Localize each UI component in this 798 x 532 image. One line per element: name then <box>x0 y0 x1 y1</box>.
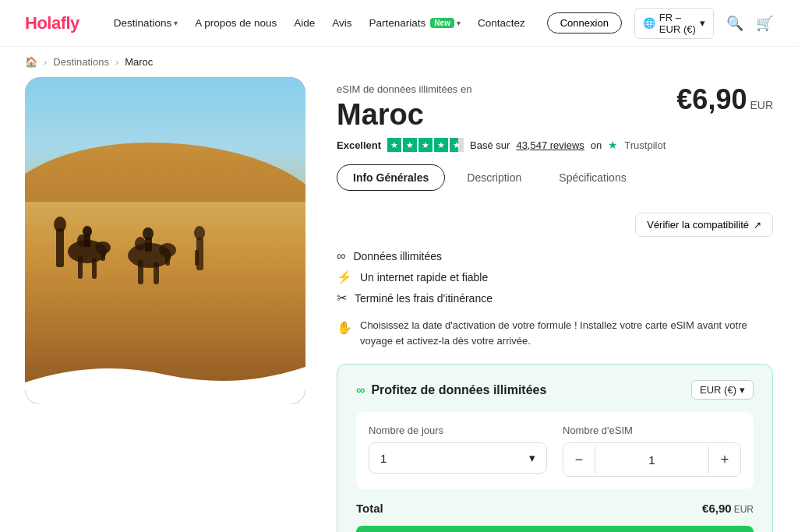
star-4: ★ <box>434 138 448 152</box>
product-price: €6,90 EUR <box>676 83 773 116</box>
features-list: ∞ Données illimitées ⚡ Un internet rapid… <box>337 249 773 305</box>
svg-point-17 <box>143 227 154 240</box>
home-icon[interactable]: 🏠 <box>25 56 37 68</box>
trustpilot-label: Trustpilot <box>624 139 666 151</box>
excellent-label: Excellent <box>337 139 381 151</box>
total-price: €6,90 EUR <box>702 502 754 515</box>
desert-silhouette <box>25 181 305 306</box>
unlimited-label: ∞ Profitez de données illimitées <box>356 383 546 397</box>
chevron-down-icon: ▾ <box>740 384 745 396</box>
hand-icon: ✋ <box>337 319 352 337</box>
new-badge: New <box>430 18 454 28</box>
currency-selector[interactable]: EUR (€) ▾ <box>691 380 754 400</box>
trustpilot-star-icon: ★ <box>608 139 618 151</box>
feature-unlimited: ∞ Données illimitées <box>337 249 773 263</box>
total-currency: EUR <box>734 504 754 515</box>
days-selector-group: Nombre de jours 1 ▾ <box>369 425 547 477</box>
star-rating: ★ ★ ★ ★ ★ <box>387 138 464 152</box>
svg-point-15 <box>135 237 146 251</box>
star-3: ★ <box>418 138 433 152</box>
chevron-down-icon: ▾ <box>457 19 461 27</box>
svg-rect-12 <box>154 262 159 284</box>
esim-label-2: Nombre d'eSIM <box>563 425 741 436</box>
price-currency: EUR <box>750 99 773 111</box>
globe-icon: 🌐 <box>643 17 655 29</box>
image-wave <box>25 359 305 404</box>
chevron-down-icon: ▾ <box>529 451 535 465</box>
svg-rect-20 <box>195 250 199 266</box>
esim-label: eSIM de données illimitées en <box>337 83 471 95</box>
connexion-button[interactable]: Connexion <box>547 12 622 33</box>
chevron-down-icon: ▾ <box>700 17 705 29</box>
star-2: ★ <box>403 138 417 152</box>
days-label: Nombre de jours <box>369 425 547 436</box>
svg-rect-14 <box>165 255 170 266</box>
breadcrumb-sep2: › <box>115 56 118 68</box>
nav-right: Connexion 🌐 FR – EUR (€) ▾ 🔍 🛒 <box>547 8 773 39</box>
based-on-label: Basé sur <box>470 139 510 151</box>
svg-rect-11 <box>138 259 143 284</box>
nav-partners[interactable]: Partenariats New ▾ <box>369 17 461 29</box>
scissors-icon: ✂ <box>337 291 347 305</box>
purchase-card-header: ∞ Profitez de données illimitées EUR (€)… <box>356 380 754 400</box>
product-image <box>25 77 305 404</box>
navbar: Holafly Destinations ▾ A propos de nous … <box>0 0 798 47</box>
product-info: eSIM de données illimitées en Maroc €6,9… <box>337 77 773 532</box>
svg-point-19 <box>194 226 205 240</box>
breadcrumb-destinations[interactable]: Destinations <box>53 56 109 68</box>
total-label: Total <box>356 502 383 515</box>
external-link-icon: ↗ <box>754 220 761 231</box>
brand-logo[interactable]: Holafly <box>25 13 79 33</box>
feature-roaming: ✂ Terminé les frais d'itinérance <box>337 291 773 305</box>
compat-button[interactable]: Vérifier la compatibilité ↗ <box>635 213 773 237</box>
product-title: Maroc <box>337 98 471 132</box>
infinity-icon: ∞ <box>337 249 345 263</box>
cart-icon[interactable]: 🛒 <box>756 15 773 32</box>
svg-rect-6 <box>101 252 105 261</box>
selectors-row: Nombre de jours 1 ▾ Nombre d'eSIM − 1 + <box>356 412 754 489</box>
infinity-icon-2: ∞ <box>356 383 365 397</box>
purchase-card: ∞ Profitez de données illimitées EUR (€)… <box>337 364 773 532</box>
on-label: on <box>591 139 602 151</box>
breadcrumb: 🏠 › Destinations › Maroc <box>0 47 798 77</box>
feature-fast: ⚡ Un internet rapide et fiable <box>337 270 773 284</box>
esim-selector-group: Nombre d'eSIM − 1 + <box>563 425 741 477</box>
nav-links: Destinations ▾ A propos de nous Aide Avi… <box>114 17 525 29</box>
star-1: ★ <box>387 138 401 152</box>
star-5: ★ <box>450 138 464 152</box>
tab-description[interactable]: Description <box>451 165 537 192</box>
tabs-row: Info Générales Description Spécification… <box>337 164 642 191</box>
reviews-count[interactable]: 43,547 reviews <box>516 139 584 151</box>
lightning-icon: ⚡ <box>337 270 352 284</box>
nav-about[interactable]: A propos de nous <box>195 17 277 29</box>
svg-point-9 <box>83 226 92 237</box>
svg-rect-3 <box>78 255 83 279</box>
nav-contact[interactable]: Contactez <box>478 17 525 29</box>
nav-reviews[interactable]: Avis <box>332 17 351 29</box>
esim-increase-button[interactable]: + <box>709 443 740 476</box>
days-select[interactable]: 1 ▾ <box>369 442 547 474</box>
svg-rect-0 <box>56 228 64 267</box>
breadcrumb-current: Maroc <box>125 56 153 68</box>
main-content: eSIM de données illimitées en Maroc €6,9… <box>0 77 798 532</box>
svg-point-1 <box>54 217 66 232</box>
product-image-bg <box>25 77 305 404</box>
nav-destinations[interactable]: Destinations ▾ <box>114 17 178 29</box>
search-icon[interactable]: 🔍 <box>726 15 743 32</box>
language-selector[interactable]: 🌐 FR – EUR (€) ▾ <box>634 8 714 39</box>
total-row: Total €6,90 EUR <box>356 502 754 515</box>
cta-button[interactable]: Avoir les données en illimité <box>356 526 754 532</box>
activation-note: ✋ Choisissez la date d'activation de vot… <box>337 318 773 348</box>
nav-help[interactable]: Aide <box>294 17 315 29</box>
esim-value: 1 <box>595 446 709 474</box>
breadcrumb-sep: › <box>44 56 47 68</box>
tab-info-generales[interactable]: Info Générales <box>337 164 445 191</box>
esim-decrease-button[interactable]: − <box>563 443 595 476</box>
tab-specifications[interactable]: Spécifications <box>543 165 641 192</box>
svg-rect-4 <box>92 258 97 279</box>
esim-counter: − 1 + <box>563 442 741 477</box>
chevron-down-icon: ▾ <box>174 19 178 27</box>
reviews-row: Excellent ★ ★ ★ ★ ★ Basé sur 43,547 revi… <box>337 138 773 152</box>
